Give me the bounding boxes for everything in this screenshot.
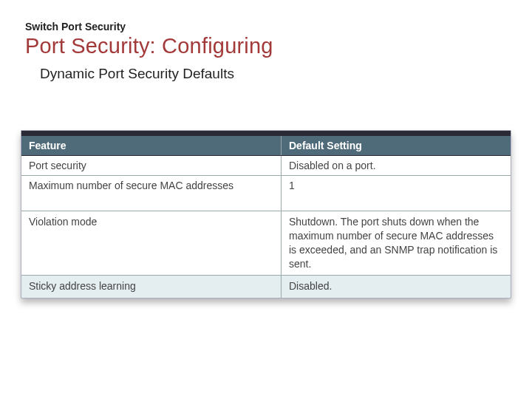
table-row: Violation mode Shutdown. The port shuts …	[21, 211, 511, 276]
column-header-default-setting: Default Setting	[282, 136, 511, 155]
cell-setting: Shutdown. The port shuts down when the m…	[282, 211, 511, 275]
cell-feature: Maximum number of secure MAC addresses	[21, 176, 282, 211]
cell-feature: Port security	[21, 156, 282, 175]
slide-title: Port Security: Configuring	[25, 34, 532, 58]
slide-kicker: Switch Port Security	[25, 21, 532, 33]
cell-setting: 1	[282, 176, 511, 211]
table-row: Sticky address learning Disabled.	[21, 276, 511, 298]
cell-setting: Disabled on a port.	[282, 156, 511, 175]
cell-feature: Violation mode	[21, 211, 282, 275]
table-row: Port security Disabled on a port.	[21, 156, 511, 176]
cell-feature: Sticky address learning	[21, 276, 282, 298]
defaults-table: Feature Default Setting Port security Di…	[21, 130, 511, 299]
slide-subtitle: Dynamic Port Security Defaults	[40, 66, 532, 82]
table-row: Maximum number of secure MAC addresses 1	[21, 176, 511, 211]
column-header-feature: Feature	[21, 136, 282, 155]
table-header-row: Feature Default Setting	[21, 135, 511, 156]
cell-setting: Disabled.	[282, 276, 511, 298]
